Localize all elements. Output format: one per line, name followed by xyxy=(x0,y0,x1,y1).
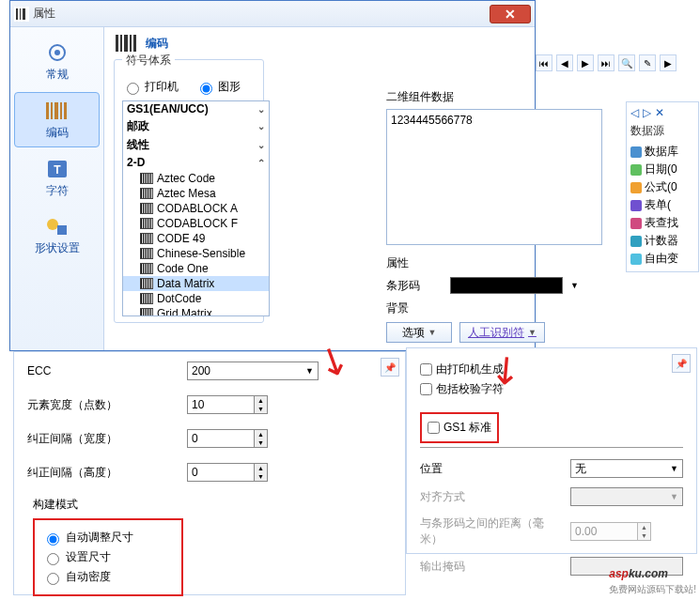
barcode-icon xyxy=(140,278,153,289)
svg-rect-19 xyxy=(133,35,136,52)
app-icon xyxy=(14,7,29,22)
chk-checksum-label: 包括校验字符 xyxy=(436,381,504,397)
tree-item[interactable]: 日期(0 xyxy=(630,161,694,178)
radio-printer[interactable]: 打印机 xyxy=(122,79,179,95)
radio-auto-density[interactable]: 自动密度 xyxy=(42,569,174,585)
svg-rect-14 xyxy=(57,225,67,235)
properties-dialog: 属性 ✕ 常规 编码 T 字符 形状设置 编码 xyxy=(9,0,536,351)
tb-first[interactable]: ⏮ xyxy=(536,54,552,71)
list-item-datamatrix[interactable]: Data Matrix xyxy=(123,276,269,291)
radio-set-size[interactable]: 设置尺寸 xyxy=(42,549,174,565)
list-item[interactable]: DotCode xyxy=(123,291,269,306)
sidebar-item-general[interactable]: 常规 xyxy=(14,35,100,88)
gear-icon xyxy=(42,40,72,65)
tree-next[interactable]: ▷ xyxy=(643,106,651,119)
sidebar-label: 字符 xyxy=(46,184,69,197)
ecc-label: ECC xyxy=(27,364,178,377)
chk-gs1[interactable] xyxy=(428,422,440,434)
pin-button[interactable]: 📌 xyxy=(381,358,399,377)
pin-button[interactable]: 📌 xyxy=(672,354,691,373)
tb-prev[interactable]: ◀ xyxy=(556,54,573,71)
chk-checksum[interactable] xyxy=(420,383,432,395)
spin-down[interactable]: ▼ xyxy=(255,405,267,413)
chevron-down-icon[interactable]: ▼ xyxy=(570,281,579,290)
tree-item[interactable]: 公式(0 xyxy=(630,178,694,196)
barcode-color-label: 条形码 xyxy=(386,278,443,294)
list-item[interactable]: Chinese-Sensible xyxy=(123,246,269,261)
sidebar-item-shape[interactable]: 形状设置 xyxy=(14,208,100,262)
hri-button[interactable]: 人工识别符▼ xyxy=(459,322,545,343)
barcode-icon xyxy=(140,248,153,259)
corr-w-spinner[interactable]: ▲▼ xyxy=(187,429,268,448)
tree-item[interactable]: 自由变 xyxy=(630,250,694,268)
data-textarea[interactable]: 1234445566778 xyxy=(386,109,602,245)
radio-auto-size[interactable]: 自动调整尺寸 xyxy=(42,530,174,546)
tree-item[interactable]: 表查找 xyxy=(630,214,694,232)
gs1-highlight: GS1 标准 xyxy=(420,412,499,443)
position-select[interactable]: 无▼ xyxy=(570,459,683,478)
list-item[interactable]: Grid Matrix xyxy=(123,306,269,316)
sidebar-item-character[interactable]: T 字符 xyxy=(14,151,100,205)
barcode-color-swatch[interactable] xyxy=(450,277,563,294)
svg-rect-8 xyxy=(54,102,58,119)
tree-prev[interactable]: ◁ xyxy=(630,106,639,119)
sidebar-item-encoding[interactable]: 编码 xyxy=(14,92,100,147)
distance-spinner: ▲▼ xyxy=(570,522,651,541)
chevron-down-icon[interactable]: ⌄ xyxy=(257,121,265,131)
elem-width-label: 元素宽度（点数） xyxy=(27,397,178,413)
sidebar-label: 编码 xyxy=(46,126,69,139)
chk-printer-gen[interactable] xyxy=(420,363,432,376)
radio-graphic[interactable]: 图形 xyxy=(195,79,241,95)
barcode-icon xyxy=(140,188,153,199)
form-icon xyxy=(630,200,642,211)
tb-last[interactable]: ⏭ xyxy=(598,54,614,71)
elem-width-spinner[interactable]: ▲▼ xyxy=(187,395,268,414)
barcode-icon xyxy=(140,218,153,229)
freevar-icon xyxy=(630,254,642,265)
spin-up[interactable]: ▲ xyxy=(255,464,267,472)
svg-rect-3 xyxy=(23,8,25,20)
list-item[interactable]: CODE 49 xyxy=(123,231,269,246)
tb-edit[interactable]: ✎ xyxy=(639,54,656,71)
tree-close[interactable]: ✕ xyxy=(655,106,664,119)
prop-heading: 属性 xyxy=(386,255,443,271)
chevron-down-icon: ▼ xyxy=(670,492,678,501)
tb-find[interactable]: 🔍 xyxy=(618,54,635,71)
barcode-icon xyxy=(140,293,153,304)
chevron-up-icon[interactable]: ⌃ xyxy=(257,158,265,168)
list-item[interactable]: Aztec Code xyxy=(123,171,269,186)
tree-title: 数据源 xyxy=(630,123,694,139)
tb-run[interactable]: ▶ xyxy=(660,54,677,71)
spin-up[interactable]: ▲ xyxy=(255,396,267,405)
tb-next[interactable]: ▶ xyxy=(577,54,594,71)
list-item[interactable]: Code One xyxy=(123,261,269,276)
corr-w-label: 纠正间隔（宽度） xyxy=(27,431,178,447)
symbol-list[interactable]: GS1(EAN/UCC)⌄ 邮政⌄ 线性⌄ 2-D⌃ Aztec Code Az… xyxy=(122,100,270,316)
ecc-select[interactable]: 200▼ xyxy=(187,362,319,380)
tree-item[interactable]: 表单( xyxy=(630,196,694,214)
options-button[interactable]: 选项▼ xyxy=(386,322,452,343)
shapes-icon xyxy=(42,214,72,238)
corr-h-spinner[interactable]: ▲▼ xyxy=(187,463,268,482)
tree-item[interactable]: 计数器 xyxy=(630,232,694,250)
barcode-icon xyxy=(140,263,153,274)
svg-point-13 xyxy=(47,219,58,230)
svg-rect-16 xyxy=(120,35,122,52)
encoding-icon xyxy=(114,33,140,54)
chevron-down-icon[interactable]: ⌄ xyxy=(257,104,265,115)
svg-rect-7 xyxy=(51,102,53,119)
chevron-down-icon: ▼ xyxy=(305,366,314,376)
chevron-down-icon[interactable]: ⌄ xyxy=(257,140,265,150)
position-label: 位置 xyxy=(420,461,561,477)
tree-item[interactable]: 数据库 xyxy=(630,143,694,161)
list-item[interactable]: CODABLOCK F xyxy=(123,216,269,231)
svg-rect-17 xyxy=(124,35,128,52)
chk-gs1-label: GS1 标准 xyxy=(443,420,491,436)
list-item[interactable]: Aztec Mesa xyxy=(123,186,269,201)
spin-up[interactable]: ▲ xyxy=(255,430,267,438)
spin-down[interactable]: ▼ xyxy=(255,472,267,481)
list-item[interactable]: CODABLOCK A xyxy=(123,201,269,216)
chevron-down-icon: ▼ xyxy=(428,328,437,337)
close-button[interactable]: ✕ xyxy=(490,5,531,23)
spin-down[interactable]: ▼ xyxy=(255,438,267,447)
